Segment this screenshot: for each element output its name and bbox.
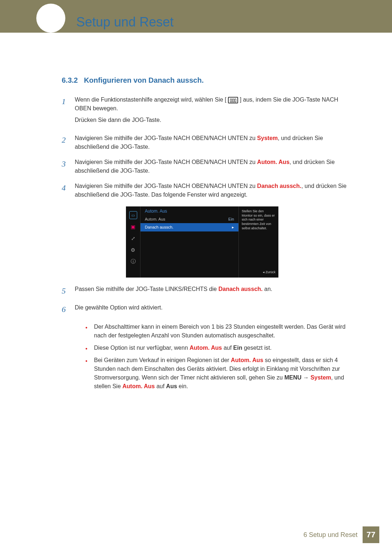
highlight: Danach aussch. xyxy=(219,286,263,292)
osd-body xyxy=(140,231,238,278)
note-item: ● Bei Geräten zum Verkauf in einigen Reg… xyxy=(85,356,356,391)
note-item: ● Diese Option ist nur verfügbar, wenn A… xyxy=(85,344,356,352)
section-number: 6.3.2 xyxy=(62,76,78,84)
step-6: 6 Die gewählte Option wird aktiviert. xyxy=(62,303,356,315)
bullet-icon: ● xyxy=(85,344,94,352)
note-text: Bei Geräten zum Verkauf in einigen Regio… xyxy=(94,356,356,391)
size-icon: ⤢ xyxy=(129,234,137,242)
highlight: Autom. Aus xyxy=(189,345,222,351)
osd-description: Stellen Sie den Monitor so ein, dass er … xyxy=(238,206,278,278)
osd-sidebar: ▭ ▣ ⤢ ⚙ ⓘ xyxy=(126,206,140,278)
osd-row-label: Danach aussch. xyxy=(145,225,173,230)
footer-text: 6 Setup und Reset xyxy=(303,531,358,539)
text: gesetzt ist. xyxy=(242,345,271,351)
step-1: 1 Wenn die Funktionstastenhilfe angezeig… xyxy=(62,95,356,127)
text: Bei Geräten zum Verkauf in einigen Regio… xyxy=(94,357,231,363)
step-text: Navigieren Sie mithilfe der JOG-Taste NA… xyxy=(75,134,356,151)
chevron-right-icon xyxy=(232,225,234,230)
osd-back: ◂ Zurück xyxy=(242,270,275,275)
text: Navigieren Sie mithilfe der JOG-Taste NA… xyxy=(75,183,257,189)
chapter-title: Setup und Reset xyxy=(76,15,173,30)
step-2: 2 Navigieren Sie mithilfe der JOG-Taste … xyxy=(62,134,356,151)
bold-text: MENU xyxy=(284,374,301,381)
step-5: 5 Passen Sie mithilfe der JOG-Taste LINK… xyxy=(62,285,356,297)
osd-title: Autom. Aus xyxy=(140,206,238,215)
highlight: Danach aussch. xyxy=(257,183,301,189)
highlight: Autom. Aus xyxy=(257,159,289,165)
note-text: Der Abschalttimer kann in einem Bereich … xyxy=(94,323,356,340)
highlight: Autom. Aus xyxy=(231,357,263,363)
settings-icon: ⚙ xyxy=(129,246,137,254)
text: auf xyxy=(155,383,166,389)
menu-icon: ▯▯▯ xyxy=(228,97,238,103)
text: Drücken Sie dann die JOG-Taste. xyxy=(75,116,356,124)
text: Navigieren Sie mithilfe der JOG-Taste NA… xyxy=(75,159,257,165)
osd-row-value: Ein xyxy=(228,217,234,221)
step-number: 1 xyxy=(62,95,75,127)
osd-row-autom-aus: Autom. Aus Ein xyxy=(140,215,238,223)
page-header: Setup und Reset xyxy=(0,0,392,33)
text: Diese Option ist nur verfügbar, wenn xyxy=(94,345,189,351)
section-title: Konfigurieren von Danach aussch. xyxy=(84,76,204,84)
page-footer: 6 Setup und Reset 77 xyxy=(0,526,379,543)
step-text: Navigieren Sie mithilfe der JOG-Taste NA… xyxy=(75,158,356,175)
step-number: 6 xyxy=(62,303,75,315)
osd-figure: ▭ ▣ ⤢ ⚙ ⓘ Autom. Aus Autom. Aus Ein Dana… xyxy=(49,206,356,278)
note-item: ● Der Abschalttimer kann in einem Bereic… xyxy=(85,323,356,340)
picture2-icon: ▣ xyxy=(129,223,137,231)
text: ein. xyxy=(177,383,188,389)
osd-menu: ▭ ▣ ⤢ ⚙ ⓘ Autom. Aus Autom. Aus Ein Dana… xyxy=(126,206,278,278)
bullet-icon: ● xyxy=(85,323,94,340)
text: Stellen Sie den Monitor so ein, dass er … xyxy=(242,209,275,230)
step-number: 2 xyxy=(62,134,75,151)
note-text: Diese Option ist nur verfügbar, wenn Aut… xyxy=(94,344,356,352)
osd-row-danach-aussch: Danach aussch. xyxy=(140,223,238,231)
bullet-icon: ● xyxy=(85,356,94,391)
bold-text: Aus xyxy=(166,383,177,389)
info-icon: ⓘ xyxy=(129,258,137,266)
step-number: 3 xyxy=(62,158,75,175)
step-text: Passen Sie mithilfe der JOG-Taste LINKS/… xyxy=(75,285,356,297)
notes-list: ● Der Abschalttimer kann in einem Bereic… xyxy=(85,323,356,391)
highlight: System xyxy=(257,135,278,141)
chapter-badge xyxy=(36,4,65,33)
picture-icon: ▭ xyxy=(129,211,137,219)
page-number: 77 xyxy=(363,526,379,543)
osd-row-label: Autom. Aus xyxy=(145,217,165,221)
text: auf xyxy=(222,345,233,351)
text: Passen Sie mithilfe der JOG-Taste LINKS/… xyxy=(75,286,219,292)
text: Wenn die Funktionstastenhilfe angezeigt … xyxy=(75,97,226,103)
text: an. xyxy=(263,286,273,292)
step-text: Navigieren Sie mithilfe der JOG-Taste NA… xyxy=(75,182,356,199)
step-number: 4 xyxy=(62,182,75,199)
highlight: System xyxy=(310,374,331,381)
step-3: 3 Navigieren Sie mithilfe der JOG-Taste … xyxy=(62,158,356,175)
text: Die gewählte Option wird aktiviert. xyxy=(75,304,163,311)
text: Navigieren Sie mithilfe der JOG-Taste NA… xyxy=(75,135,257,141)
arrow-icon: → xyxy=(302,374,311,381)
step-text: Die gewählte Option wird aktiviert. xyxy=(75,303,356,315)
step-number: 5 xyxy=(62,285,75,297)
bold-text: Ein xyxy=(233,345,242,351)
step-text: Wenn die Funktionstastenhilfe angezeigt … xyxy=(75,95,356,127)
osd-main: Autom. Aus Autom. Aus Ein Danach aussch. xyxy=(140,206,238,278)
content-area: 6.3.2 Konfigurieren von Danach aussch. 1… xyxy=(0,33,392,391)
section-heading: 6.3.2 Konfigurieren von Danach aussch. xyxy=(62,76,356,85)
step-4: 4 Navigieren Sie mithilfe der JOG-Taste … xyxy=(62,182,356,199)
highlight: Autom. Aus xyxy=(122,383,155,389)
